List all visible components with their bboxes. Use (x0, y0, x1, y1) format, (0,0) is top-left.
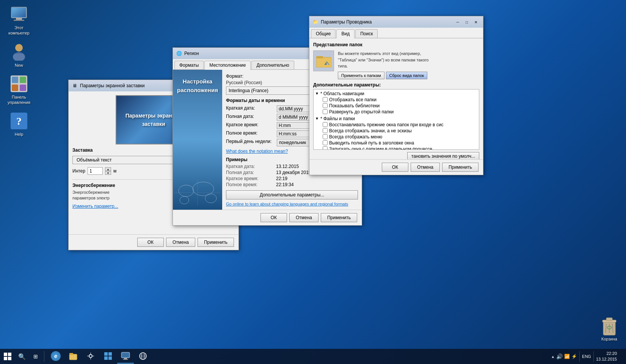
screensaver-title-icon: 🖥 (72, 83, 78, 89)
svg-rect-8 (20, 77, 26, 83)
file-always-icons-item[interactable]: Всегда отображать значки, а не эскизы (323, 128, 477, 133)
language-indicator[interactable]: ENG (582, 354, 591, 359)
file-full-path-checkbox[interactable] (323, 140, 328, 145)
taskbar-explorer-button[interactable] (65, 349, 82, 364)
desktop-icon-control-panel[interactable]: Панельуправления (4, 73, 34, 107)
file-full-path-item[interactable]: Выводить полный путь в заголовке окна (323, 140, 477, 146)
tray-separator-2 (593, 351, 594, 362)
svg-rect-2 (16, 18, 22, 20)
show-desktop-button[interactable] (619, 349, 622, 364)
screensaver-footer: ОК Отмена Применить (69, 234, 238, 250)
svg-rect-36 (108, 356, 112, 360)
taskbar-ie-button[interactable]: e (47, 349, 64, 364)
taskbar-clock[interactable]: 22:20 13.12.2015 (596, 351, 617, 362)
online-link[interactable]: Go online to learn about changing langua… (226, 202, 358, 206)
energy-link[interactable]: Изменить параметр... (72, 204, 118, 209)
taskbar-windows-button[interactable] (100, 349, 116, 364)
interval-unit: м (113, 168, 116, 174)
folder-view-title: Представление папок (313, 42, 479, 47)
taskbar-monitor-button[interactable] (117, 349, 134, 364)
tray-network-icon[interactable]: 🔊 (556, 353, 563, 359)
file-restore-checkbox[interactable] (323, 122, 328, 127)
nav-all-folders-item[interactable]: Отображать все папки (323, 97, 477, 102)
explorer-close-button[interactable]: ✕ (472, 18, 480, 26)
file-always-icons-checkbox[interactable] (323, 128, 328, 133)
explorer-tab-view[interactable]: Вид (336, 29, 355, 38)
svg-rect-40 (123, 359, 128, 360)
region-apply-button[interactable]: Применить (321, 213, 357, 222)
short-time-label: Краткое время: (226, 122, 275, 129)
taskbar-tray: ▲ 🔊 📶 ⚡ ENG 22:20 13.12.2015 (551, 349, 626, 364)
taskbar-globe-button[interactable] (135, 349, 151, 364)
explorer-titlebar[interactable]: 📁 Параметры Проводника ─ □ ✕ (309, 16, 483, 28)
interval-input[interactable] (88, 167, 103, 175)
svg-text:?: ? (16, 115, 22, 127)
start-button[interactable] (0, 349, 15, 364)
explorer-maximize-button[interactable]: □ (463, 18, 471, 26)
new-icon (10, 43, 28, 61)
reset-folder-view-button[interactable]: Сброс вида папок (386, 72, 428, 79)
nav-show-libraries-item[interactable]: Показывать библиотеки (323, 103, 477, 108)
explorer-ok-button[interactable]: ОК (382, 163, 408, 172)
settings-icon (86, 352, 95, 360)
explorer-title-icon: 📁 (312, 19, 318, 25)
svg-rect-1 (12, 8, 26, 17)
recycle-bin[interactable]: Корзина (600, 316, 618, 341)
screensaver-ok-button[interactable]: ОК (137, 238, 164, 247)
region-ok-button[interactable]: ОК (260, 213, 287, 222)
desktop-icons: Этот компьютер New (4, 4, 34, 139)
screensaver-cancel-button[interactable]: Отмена (166, 238, 195, 247)
file-restore-item[interactable]: Восстанавливать прежние окна папок при в… (323, 122, 477, 127)
interval-down-button[interactable]: ▼ (105, 171, 111, 175)
svg-rect-19 (316, 57, 331, 67)
globe-icon (139, 352, 147, 360)
explorer-tab-general[interactable]: Общие (311, 29, 336, 38)
explorer-dialog: 📁 Параметры Проводника ─ □ ✕ Общие Вид П… (309, 16, 483, 175)
apply-to-folders-button[interactable]: Применить к папкам (338, 72, 384, 79)
file-always-menu-checkbox[interactable] (323, 134, 328, 139)
desktop-icon-new[interactable]: New (4, 41, 34, 69)
region-title-icon: 🌐 (176, 50, 182, 56)
nav-show-libraries-checkbox[interactable] (323, 103, 328, 108)
taskbar-settings-button[interactable] (82, 349, 99, 364)
explorer-minimize-button[interactable]: ─ (453, 18, 462, 26)
ex-full-time-val: 22:19:34 (276, 182, 358, 187)
tray-battery-icon[interactable]: ⚡ (571, 354, 577, 359)
file-always-menu-item[interactable]: Всегда отображать меню (323, 134, 477, 140)
region-cancel-button[interactable]: Отмена (289, 213, 318, 222)
region-tab-formats[interactable]: Форматы (174, 61, 204, 69)
ex-short-time-val: 22:19 (276, 176, 358, 181)
restore-defaults-button[interactable]: тановить значения по умолч... (407, 152, 479, 160)
taskbar-apps: e (47, 349, 151, 364)
extra-params-button[interactable]: Дополнительные параметры... (226, 190, 358, 199)
help-icon-label: Help (15, 132, 24, 137)
explorer-cancel-button[interactable]: Отмена (411, 163, 440, 172)
region-left-title: Настройкарасположения (177, 77, 218, 94)
svg-rect-35 (104, 356, 108, 360)
nav-expand-checkbox[interactable] (323, 109, 328, 114)
explorer-apply-button[interactable]: Применить (442, 163, 479, 172)
desktop-icon-help[interactable]: ? Help (4, 110, 34, 138)
explorer-tab-search[interactable]: Поиск (355, 29, 378, 38)
svg-rect-26 (606, 318, 612, 321)
region-tab-location[interactable]: Местоположение (204, 61, 251, 70)
explorer-footer: ОК Отмена Применить (309, 159, 483, 175)
advanced-params-list[interactable]: ▼ * Область навигации Отображать все пап… (313, 89, 479, 150)
file-separate-process-item[interactable]: Запускать окна с папками в отдельном про… (323, 146, 477, 150)
nav-expand-item[interactable]: Развернуть до открытой папки (323, 109, 477, 115)
desktop-icon-computer[interactable]: Этот компьютер (4, 4, 34, 38)
region-tab-additional[interactable]: Дополнительно (251, 61, 294, 69)
tray-separator (579, 351, 580, 362)
tray-volume-icon[interactable]: 📶 (564, 354, 570, 359)
nav-all-folders-checkbox[interactable] (323, 97, 328, 102)
windows-icon (104, 352, 112, 360)
file-separate-process-checkbox[interactable] (323, 146, 328, 150)
taskbar-search-button[interactable]: 🔍 (15, 350, 29, 363)
svg-rect-33 (104, 352, 108, 356)
explorer-tabs: Общие Вид Поиск (309, 28, 483, 38)
tray-chevron[interactable]: ▲ (551, 355, 555, 359)
interval-up-button[interactable]: ▲ (105, 167, 111, 171)
ie-icon: e (51, 351, 61, 361)
screensaver-apply-button[interactable]: Применить (198, 238, 234, 247)
task-view-button[interactable]: ⊞ (29, 350, 42, 363)
